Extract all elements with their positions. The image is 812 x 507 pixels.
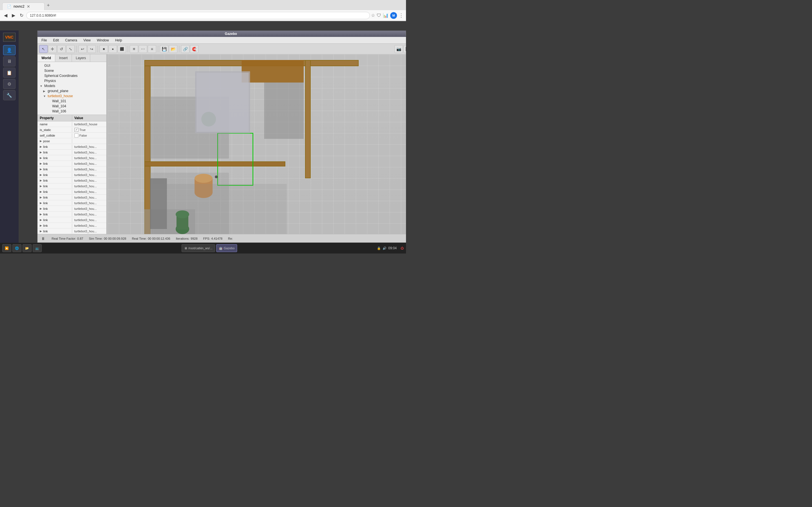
tool-cylinder[interactable]: ⬛ [117,45,126,53]
tab-insert[interactable]: Insert [55,54,72,62]
tab-close-button[interactable]: ✕ [27,4,30,8]
prop-selfcollide-value[interactable]: False [72,133,107,138]
tree-item-gui[interactable]: GUI [38,63,106,68]
link-15-name[interactable]: ▶ link [38,223,72,228]
prop-row-link-3[interactable]: ▶ link turtlebot3_hou... [38,155,106,161]
prop-row-link-6[interactable]: ▶ link turtlebot3_hou... [38,172,106,178]
vnc-btn-user[interactable]: 👤 [3,45,15,55]
tree-item-physics[interactable]: Physics [38,78,106,83]
tab-world[interactable]: World [38,54,55,62]
menu-icon[interactable]: ⋮ [399,12,404,18]
menu-camera[interactable]: Camera [62,38,80,43]
back-button[interactable]: ◀ [2,11,9,19]
tool-select[interactable]: ↖ [39,45,48,53]
tool-record[interactable]: ⬛ [403,45,406,53]
tool-rotate[interactable]: ↺ [57,45,66,53]
extension-icon-2[interactable]: 📊 [383,13,389,18]
taskbar-app-terminal[interactable]: 🖥 /root/catkin_ws/... [182,244,215,252]
tree-item-ground-plane[interactable]: ▶ ground_plane [38,89,106,94]
tool-sun[interactable]: ☀ [130,45,138,53]
link-14-name[interactable]: ▶ link [38,218,72,222]
prop-row-link-7[interactable]: ▶ link turtlebot3_hou... [38,178,106,183]
taskbar-app-gazebo[interactable]: 🤖 Gazebo [216,244,238,252]
refresh-button[interactable]: ↻ [18,11,25,19]
link-10-name[interactable]: ▶ link [38,195,72,200]
tool-undo[interactable]: ↩ [79,45,87,53]
menu-help[interactable]: Help [112,38,125,43]
link-4-name[interactable]: ▶ link [38,161,72,166]
tool-redo[interactable]: ↪ [87,45,96,53]
viewport[interactable] [108,54,406,234]
prop-row-link-15[interactable]: ▶ link turtlebot3_hou... [38,223,106,228]
minimize-button[interactable]: _ [406,32,406,36]
prop-row-link-2[interactable]: ▶ link turtlebot3_hou... [38,150,106,155]
tool-scale[interactable]: ⤡ [66,45,75,53]
link-9-name[interactable]: ▶ link [38,189,72,194]
tool-move[interactable]: ✛ [48,45,57,53]
tool-magnet[interactable]: 🧲 [190,45,199,53]
address-bar[interactable] [26,12,370,19]
link-1-name[interactable]: ▶ link [38,145,72,149]
vnc-btn-display[interactable]: 🖥 [3,56,15,66]
tab-layers[interactable]: Layers [72,54,90,62]
tree-item-wall106[interactable]: Wall_106 [38,109,106,114]
taskbar-btn-files[interactable]: 📂 [22,244,32,252]
menu-edit[interactable]: Edit [50,38,62,43]
prop-row-link-16[interactable]: ▶ link turtlebot3_hou... [38,228,106,234]
prop-row-link-9[interactable]: ▶ link turtlebot3_hou... [38,189,106,194]
prop-row-link-13[interactable]: ▶ link turtlebot3_hou... [38,212,106,217]
prop-row-link-11[interactable]: ▶ link turtlebot3_hou... [38,200,106,206]
tree-item-wall101[interactable]: Wall_101 [38,99,106,104]
new-tab-button[interactable]: + [45,3,52,8]
tree-item-scene[interactable]: Scene [38,68,106,73]
link-7-name[interactable]: ▶ link [38,178,72,183]
tool-link[interactable]: 🔗 [181,45,190,53]
tree-item-spherical[interactable]: Spherical Coordinates [38,73,106,78]
browser-tab-novnc[interactable]: 📄 novnc2 ✕ [2,3,45,10]
menu-window[interactable]: Window [94,38,112,43]
link-8-name[interactable]: ▶ link [38,184,72,188]
menu-file[interactable]: File [39,38,50,43]
tree-item-turtlebot-house[interactable]: ▼ turtlebot3_house [38,94,106,99]
power-icon[interactable]: ⏻ [401,246,404,250]
link-12-name[interactable]: ▶ link [38,207,72,211]
tool-box[interactable]: ■ [100,45,108,53]
prop-row-link-14[interactable]: ▶ link turtlebot3_hou... [38,217,106,223]
tool-lines[interactable]: ≡ [148,45,156,53]
vnc-btn-tools[interactable]: 🔧 [3,90,15,100]
prop-row-link-5[interactable]: ▶ link turtlebot3_hou... [38,166,106,172]
prop-isstatic-value[interactable]: ✓ True [72,127,107,132]
link-6-name[interactable]: ▶ link [38,173,72,177]
profile-button[interactable]: M [390,12,397,19]
tool-points[interactable]: ⋯ [139,45,147,53]
link-5-name[interactable]: ▶ link [38,167,72,172]
tree-item-wall104[interactable]: Wall_104 [38,104,106,109]
link-2-name[interactable]: ▶ link [38,150,72,155]
vnc-btn-clipboard[interactable]: 📋 [3,68,15,78]
link-3-name[interactable]: ▶ link [38,156,72,160]
tool-save[interactable]: 💾 [160,45,168,53]
link-16-name[interactable]: ▶ link [38,229,72,233]
prop-row-link-4[interactable]: ▶ link turtlebot3_hou... [38,161,106,166]
prop-pose-label[interactable]: ▶ pose [38,139,72,144]
tool-open[interactable]: 📂 [169,45,177,53]
link-11-name[interactable]: ▶ link [38,201,72,205]
is-static-checkbox[interactable]: ✓ [74,128,79,132]
prop-row-link-8[interactable]: ▶ link turtlebot3_hou... [38,183,106,189]
taskbar-btn-network[interactable]: 🌐 [12,244,21,252]
tree-item-models[interactable]: ▼ Models [38,83,106,89]
prop-row-pose[interactable]: ▶ pose [38,138,106,144]
prop-row-link-10[interactable]: ▶ link turtlebot3_hou... [38,194,106,200]
extension-icon-1[interactable]: 🛡 [377,13,381,18]
taskbar-btn-terminal[interactable]: 📺 [33,244,42,252]
tool-camera-screenshot[interactable]: 📷 [395,45,403,53]
self-collide-checkbox[interactable] [74,133,79,137]
vnc-btn-settings[interactable]: ⚙ [3,79,15,89]
forward-button[interactable]: ▶ [10,11,17,19]
pause-button[interactable]: ⏸ [40,236,46,241]
prop-row-link-1[interactable]: ▶ link turtlebot3_hou... [38,144,106,150]
link-13-name[interactable]: ▶ link [38,212,72,217]
tool-sphere[interactable]: ● [109,45,117,53]
taskbar-btn-arrow[interactable]: 🔼 [2,244,11,252]
bookmark-icon[interactable]: ☆ [371,13,375,18]
